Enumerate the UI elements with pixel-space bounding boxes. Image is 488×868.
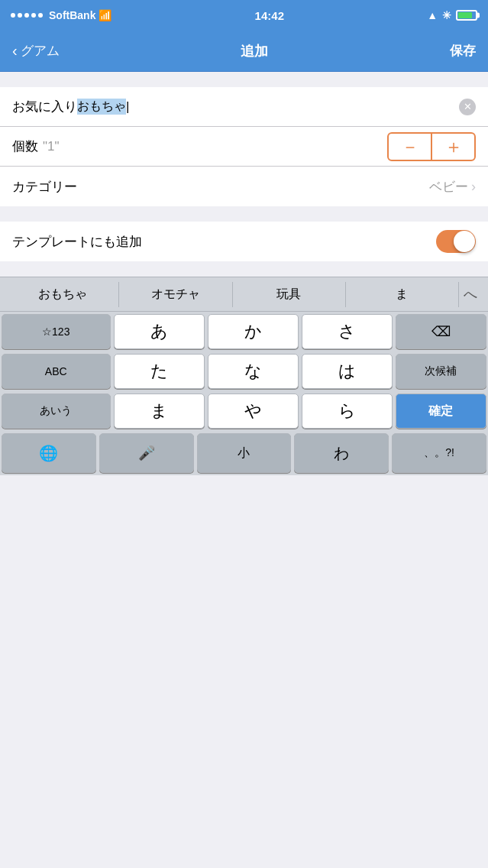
template-toggle[interactable] (436, 230, 476, 253)
keyboard-row-2: ABC た な は 次候補 (0, 351, 488, 391)
quantity-row: 個数 "1" － ＋ (0, 127, 488, 167)
delete-key[interactable]: ⌫ (396, 314, 486, 349)
location-icon: ▲ (427, 9, 438, 21)
key-small[interactable]: 小 (197, 433, 292, 473)
carrier-label: SoftBank (49, 9, 95, 21)
category-label: カテゴリー (12, 178, 89, 196)
back-button[interactable]: ‹ グアム (12, 42, 60, 60)
key-star123[interactable]: ☆123 (2, 314, 111, 349)
nav-title: 追加 (241, 42, 268, 60)
clear-button[interactable]: ✕ (459, 99, 476, 115)
category-value: ベビー (429, 178, 468, 196)
suggestions-bar: おもちゃ オモチャ 玩具 ま へ (0, 277, 488, 312)
quantity-decrease-button[interactable]: － (387, 132, 431, 161)
key-ra[interactable]: ら (302, 394, 393, 429)
status-bar: SoftBank 📶 14:42 ▲ ✳ (0, 0, 488, 31)
name-input-area[interactable]: お気に入りおもちゃ| (12, 98, 453, 115)
back-chevron-icon: ‹ (12, 42, 18, 60)
quantity-controls: － ＋ (387, 132, 476, 161)
key-a[interactable]: あ (114, 314, 205, 349)
suggestion-arrow[interactable]: へ (459, 285, 482, 303)
quantity-label: 個数 (12, 138, 38, 155)
toggle-label: テンプレートにも追加 (12, 233, 436, 251)
status-right: ▲ ✳ (427, 9, 477, 21)
name-row: お気に入りおもちゃ| ✕ (0, 87, 488, 127)
next-candidate-key[interactable]: 次候補 (396, 354, 486, 389)
key-ka[interactable]: か (208, 314, 299, 349)
status-time: 14:42 (255, 9, 284, 22)
form-section: お気に入りおもちゃ| ✕ 個数 "1" － ＋ カテゴリー ベビー › (0, 87, 488, 206)
key-punct[interactable]: 、。?! (392, 433, 486, 473)
keyboard: ☆123 あ か さ ⌫ ABC た な は 次候補 あいう ま や ら 確定 … (0, 312, 488, 475)
signal-dots (11, 13, 43, 18)
category-value-area: ベビー › (429, 178, 476, 196)
toggle-knob (454, 231, 475, 252)
key-abc[interactable]: ABC (2, 354, 111, 389)
suggestion-4[interactable]: ま (346, 282, 459, 307)
key-ma[interactable]: ま (114, 394, 205, 429)
toggle-section: テンプレートにも追加 (0, 222, 488, 261)
wifi-icon: 📶 (99, 9, 111, 21)
key-wa[interactable]: わ (294, 433, 389, 473)
back-label: グアム (21, 42, 60, 60)
keyboard-row-4: 🌐 🎤 小 わ 、。?! (0, 431, 488, 475)
suggestion-3[interactable]: 玩具 (233, 282, 346, 307)
key-ta[interactable]: た (114, 354, 205, 389)
toggle-row: テンプレートにも追加 (0, 222, 488, 261)
status-left: SoftBank 📶 (11, 9, 111, 21)
keyboard-row-1: ☆123 あ か さ ⌫ (0, 312, 488, 351)
name-highlight: おもちゃ (77, 99, 126, 115)
suggestion-1[interactable]: おもちゃ (6, 282, 119, 307)
save-button[interactable]: 保存 (450, 42, 476, 60)
suggestion-2[interactable]: オモチャ (119, 282, 232, 307)
key-aiou[interactable]: あいう (2, 394, 111, 429)
quantity-value: "1" (43, 139, 60, 154)
key-ya[interactable]: や (208, 394, 299, 429)
key-sa[interactable]: さ (302, 314, 393, 349)
chevron-right-icon: › (471, 179, 476, 195)
nav-bar: ‹ グアム 追加 保存 (0, 31, 488, 72)
mic-key[interactable]: 🎤 (99, 433, 194, 473)
key-ha[interactable]: は (302, 354, 393, 389)
text-cursor: | (126, 99, 129, 115)
battery-icon (456, 10, 477, 21)
category-row[interactable]: カテゴリー ベビー › (0, 167, 488, 206)
key-na[interactable]: な (208, 354, 299, 389)
quantity-increase-button[interactable]: ＋ (431, 132, 476, 161)
bluetooth-icon: ✳ (442, 9, 451, 21)
keyboard-row-3: あいう ま や ら 確定 (0, 391, 488, 431)
name-prefix: お気に入り (12, 98, 77, 115)
confirm-key[interactable]: 確定 (396, 394, 486, 429)
emoji-key[interactable]: 🌐 (2, 433, 96, 473)
